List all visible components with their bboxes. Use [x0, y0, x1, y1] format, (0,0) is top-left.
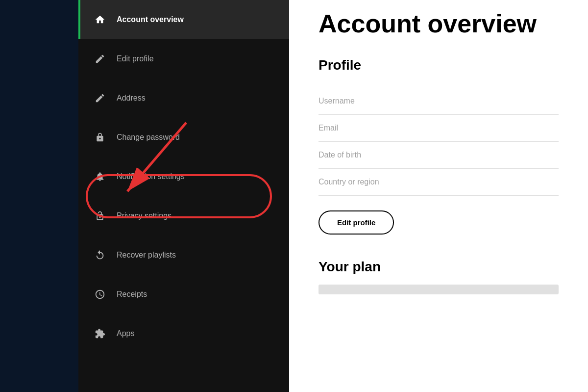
sidebar-item-apps[interactable]: Apps [78, 314, 289, 353]
pencil-icon [93, 91, 107, 105]
sidebar-item-account-overview[interactable]: Account overview [78, 0, 289, 39]
sidebar-item-recover-playlists[interactable]: Recover playlists [78, 235, 289, 275]
field-label: Country or region [318, 178, 379, 186]
sidebar-label-notification-settings: Notification settings [117, 172, 185, 181]
profile-section-title: Profile [318, 57, 559, 73]
sidebar: Account overview Edit profile Address Ch… [78, 0, 289, 392]
sidebar-label-apps: Apps [117, 329, 134, 338]
lock-icon [93, 131, 107, 144]
field-label: Date of birth [318, 151, 361, 159]
main-content: Account overview Profile UsernameEmailDa… [289, 0, 588, 392]
edit-profile-button[interactable]: Edit profile [318, 210, 394, 235]
left-panel [0, 0, 78, 392]
sidebar-label-recover-playlists: Recover playlists [117, 251, 176, 260]
edit-icon [93, 52, 107, 66]
plan-bar [318, 285, 559, 294]
sidebar-item-address[interactable]: Address [78, 78, 289, 118]
lock2-icon [93, 209, 107, 223]
sidebar-item-receipts[interactable]: Receipts [78, 275, 289, 314]
recover-icon [93, 248, 107, 262]
profile-field: Username [318, 88, 559, 115]
sidebar-label-edit-profile: Edit profile [117, 54, 154, 63]
clock-icon [93, 287, 107, 301]
your-plan-title: Your plan [318, 259, 559, 275]
field-label: Email [318, 124, 338, 132]
apps-icon [93, 327, 107, 340]
page-title: Account overview [318, 0, 559, 38]
home-icon [93, 13, 107, 26]
profile-field: Date of birth [318, 142, 559, 169]
sidebar-label-receipts: Receipts [117, 290, 147, 299]
field-label: Username [318, 97, 355, 105]
sidebar-label-privacy-settings: Privacy settings [117, 211, 172, 220]
sidebar-label-change-password: Change password [117, 133, 180, 142]
sidebar-item-notification-settings[interactable]: Notification settings [78, 157, 289, 196]
sidebar-item-edit-profile[interactable]: Edit profile [78, 39, 289, 78]
sidebar-label-account-overview: Account overview [117, 15, 184, 24]
sidebar-item-change-password[interactable]: Change password [78, 118, 289, 157]
bell-icon [93, 170, 107, 183]
sidebar-label-address: Address [117, 94, 146, 103]
profile-field: Email [318, 115, 559, 142]
sidebar-item-privacy-settings[interactable]: Privacy settings [78, 196, 289, 235]
profile-field: Country or region [318, 169, 559, 196]
